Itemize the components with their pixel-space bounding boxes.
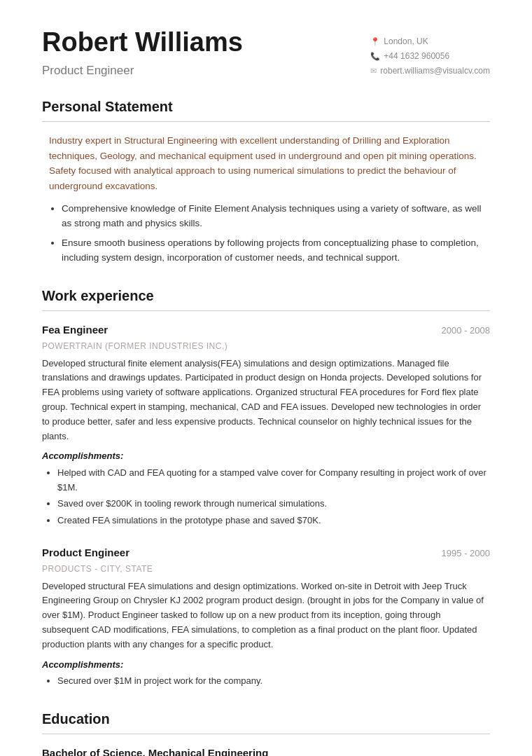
job-dates-2: 1995 - 2000 [442, 547, 490, 561]
job-dates-1: 2000 - 2008 [442, 324, 490, 338]
personal-statement-intro: Industry expert in Structural Engineerin… [42, 133, 490, 193]
list-item: Helped with CAD and FEA quoting for a st… [57, 466, 490, 495]
list-item: Saved over $200K in tooling rework throu… [57, 497, 490, 511]
job-title-2: Product Engineer [42, 545, 130, 561]
candidate-name: Robert Williams [42, 28, 243, 57]
personal-statement-bullets: Comprehensive knowledge of Finite Elemen… [62, 201, 490, 266]
email-icon: ✉ [370, 65, 377, 77]
list-item: Secured over $1M in project work for the… [57, 674, 490, 689]
personal-statement-section: Personal Statement Industry expert in St… [42, 96, 490, 266]
work-experience-title: Work experience [42, 285, 490, 311]
job-company-2: PRODUCTS - CITY, STATE [42, 563, 490, 575]
contact-email: ✉ robert.williams@visualcv.com [370, 64, 490, 77]
job-description-1: Developed structural finite element anal… [42, 357, 490, 444]
job-entry-1: Fea Engineer 2000 - 2008 POWERTRAIN (FOR… [42, 322, 490, 528]
job-description-2: Developed structural FEA simulations and… [42, 579, 490, 652]
job-header-1: Fea Engineer 2000 - 2008 [42, 322, 490, 338]
job-header-2: Product Engineer 1995 - 2000 [42, 545, 490, 561]
job-company-1: POWERTRAIN (FORMER INDUSTRIES INC.) [42, 340, 490, 352]
personal-statement-title: Personal Statement [42, 96, 490, 122]
header-right: 📍 London, UK 📞 +44 1632 960056 ✉ robert.… [370, 35, 490, 79]
phone-icon: 📞 [370, 50, 380, 62]
resume-page: Robert Williams Product Engineer 📍 Londo… [0, 0, 532, 756]
candidate-title: Product Engineer [42, 62, 243, 80]
contact-location: 📍 London, UK [370, 35, 490, 48]
job-entry-2: Product Engineer 1995 - 2000 PRODUCTS - … [42, 545, 490, 689]
location-icon: 📍 [370, 36, 380, 48]
contact-phone: 📞 +44 1632 960056 [370, 50, 490, 62]
job-title-1: Fea Engineer [42, 322, 108, 338]
edu-degree-1: Bachelor of Science, Mechanical Engineer… [42, 745, 490, 756]
accomplishments-label-1: Accomplishments: [42, 449, 490, 463]
accomplishments-list-1: Helped with CAD and FEA quoting for a st… [57, 466, 490, 528]
header-section: Robert Williams Product Engineer 📍 Londo… [42, 28, 490, 79]
education-title: Education [42, 708, 490, 734]
edu-entry-1: Bachelor of Science, Mechanical Engineer… [42, 745, 490, 756]
education-section: Education Bachelor of Science, Mechanica… [42, 708, 490, 756]
work-experience-section: Work experience Fea Engineer 2000 - 2008… [42, 285, 490, 689]
header-left: Robert Williams Product Engineer [42, 28, 243, 79]
list-item: Created FEA simulations in the prototype… [57, 514, 490, 528]
list-item: Ensure smooth business operations by fol… [62, 235, 490, 266]
accomplishments-list-2: Secured over $1M in project work for the… [57, 674, 490, 689]
accomplishments-label-2: Accomplishments: [42, 658, 490, 672]
list-item: Comprehensive knowledge of Finite Elemen… [62, 201, 490, 231]
